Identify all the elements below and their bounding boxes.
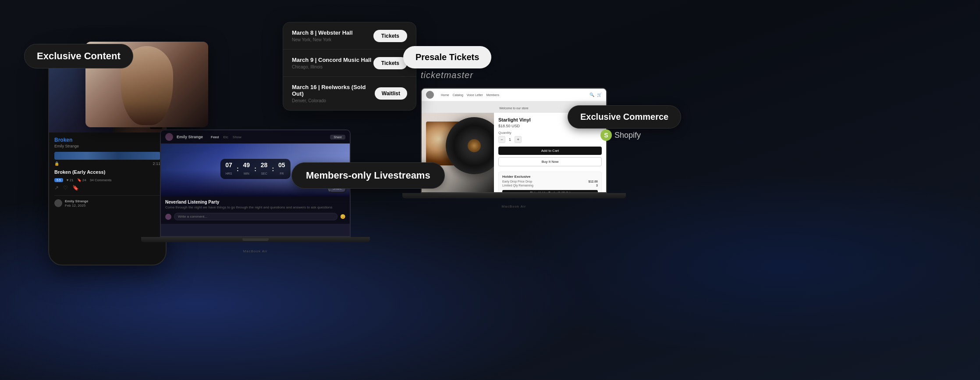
ls-artist-name: Emily Strange (177, 135, 203, 139)
exclusive-content-pill: Exclusive Content (24, 44, 133, 68)
phone-song-artist: Emily Strange (54, 144, 160, 148)
shopify-icon: S (600, 129, 612, 141)
ls-share-action[interactable]: Share (330, 135, 345, 140)
ls-event-title: Neverland Listening Party (165, 200, 345, 204)
shop-qty-label: Quantity (498, 131, 602, 135)
shop-buy-now-button[interactable]: Buy It Now (498, 157, 602, 166)
shop-holder-title: Holder Exclusive (502, 175, 598, 179)
ls-sep-1: : (237, 165, 239, 172)
ticket-location-3: Denver, Colorado (292, 98, 375, 103)
ls-comment-avatar (165, 214, 171, 220)
phone-progress-row: 🔒 2:11 (54, 161, 160, 166)
laptop-center-brand: MacBook Air (243, 249, 268, 253)
ticket-date-2: March 9 | Concord Music Hall (292, 57, 371, 63)
ls-footer: Neverland Listening Party Come through t… (161, 196, 350, 224)
ticket-button-1[interactable]: Tickets (373, 30, 407, 42)
phone-share-icon: ↗ (54, 185, 59, 191)
ticket-info-2: March 9 | Concord Music Hall Chicago, Il… (292, 57, 371, 69)
laptop-right-screen: Home Catalog Voice Letter Members 🔍 🛒 We… (421, 88, 607, 193)
shop-holder-item-1: Early Drop Price Drop $12.00 (502, 180, 598, 183)
ticket-date-3: March 16 | Reelworks (Sold Out) (292, 84, 375, 97)
shop-qty-minus[interactable]: − (498, 136, 505, 143)
members-livestream-pill: Members-only Livestreams (291, 162, 445, 189)
phone-likes: ♥ 21 (67, 178, 74, 182)
ticket-row-2: March 9 | Concord Music Hall Chicago, Il… (283, 50, 416, 77)
phone-content: Broken Emily Strange 🔒 2:11 Broken (Earl… (49, 133, 166, 212)
shop-nav: Home Catalog Voice Letter Members (441, 93, 499, 97)
phone-comment-date: Feb 12, 2025 (65, 204, 88, 208)
ls-tab-etc[interactable]: Etc (223, 135, 228, 139)
shop-cart-icon[interactable]: 🛒 (597, 93, 602, 97)
phone-comment-avatar (54, 199, 62, 207)
ticket-date-1: March 8 | Webster Hall (292, 29, 353, 36)
shop-holder-claim-button[interactable]: Claim Holder Deal with Wallet (502, 190, 598, 193)
ls-actions: Share (330, 135, 345, 140)
ticket-info-3: March 16 | Reelworks (Sold Out) Denver, … (292, 84, 375, 103)
ls-avatar (165, 133, 173, 141)
ls-countdown: 07 HRS : 49 MIN : 28 SEC : 05 FR (220, 159, 290, 179)
ls-event-desc: Come through the night we have things to… (165, 205, 345, 209)
phone-comments: 34 Comments (90, 178, 112, 182)
phone-bookmark-icon: 🔖 (72, 185, 79, 191)
ticket-row-1: March 8 | Webster Hall New York, New Yor… (283, 22, 416, 50)
shop-qty-value: 1 (507, 137, 513, 142)
phone-comment-body: Emily Strange Feb 12, 2025 (65, 199, 88, 208)
laptop-notch (242, 238, 269, 241)
phone-progress: 2:11 (153, 161, 160, 166)
ls-comment-row: 😊 (165, 213, 345, 220)
presale-tickets-pill: Presale Tickets (403, 46, 491, 68)
phone-divider (54, 195, 160, 196)
shopify-badge: S Shopify (600, 129, 641, 141)
shop-welcome-text: Welcome to our store (499, 107, 528, 110)
shop-nav-home[interactable]: Home (441, 93, 449, 97)
ls-minutes: 49 MIN (243, 161, 250, 176)
ticket-panel: March 8 | Webster Hall New York, New Yor… (283, 22, 416, 111)
phone-waveform (54, 152, 160, 160)
shop-nav-voice[interactable]: Voice Letter (467, 93, 483, 97)
ls-sep-3: : (272, 165, 274, 172)
phone-heart-icon: ♡ (63, 185, 68, 191)
shop-holder-label-1: Early Drop Price Drop (502, 180, 532, 183)
ls-seconds: 28 SEC (261, 161, 268, 176)
ls-frames: 05 FR (278, 161, 285, 176)
exclusive-commerce-pill: Exclusive Commerce (568, 105, 681, 129)
shop-holder-item-2: Limited Qty Remaining 3 (502, 184, 598, 187)
ls-sep-2: : (254, 165, 256, 172)
shop-logo (426, 91, 434, 99)
shop-nav-members[interactable]: Members (486, 93, 499, 97)
ls-header: Emily Strange Feed Etc Show Share (161, 130, 350, 143)
ticket-info-1: March 8 | Webster Hall New York, New Yor… (292, 29, 353, 42)
ls-emoji-button[interactable]: 😊 (340, 214, 345, 219)
waitlist-button[interactable]: Waitlist (375, 87, 407, 100)
ls-hours: 07 HRS (225, 161, 232, 176)
phone-comment-name: Emily Strange (65, 199, 88, 203)
ticket-location-1: New York, New York (292, 37, 353, 42)
laptop-right-base: MacBook Air (402, 193, 626, 198)
laptop-center-base (141, 237, 370, 242)
ls-comment-input[interactable] (174, 213, 337, 220)
ls-tab-feed[interactable]: Feed (211, 135, 219, 139)
ticket-button-2[interactable]: Tickets (373, 57, 407, 69)
shop-holder-section: Holder Exclusive Early Drop Price Drop $… (498, 172, 602, 193)
phone-track-title: Broken (Early Access) (54, 169, 160, 175)
ticket-location-2: Chicago, Illinois (292, 65, 371, 69)
ls-tab-show[interactable]: Show (233, 135, 241, 139)
shop-qty-plus[interactable]: + (515, 136, 522, 143)
shop-add-to-cart-button[interactable]: Add to Cart (498, 147, 602, 155)
ticket-row-3: March 16 | Reelworks (Sold Out) Denver, … (283, 77, 416, 110)
shop-search-icon[interactable]: 🔍 (589, 93, 594, 97)
ls-nav-tabs: Feed Etc Show (211, 135, 241, 139)
phone-actions: ↗ ♡ 🔖 (54, 185, 160, 191)
shop-nav-catalog[interactable]: Catalog (453, 93, 463, 97)
shop-holder-label-2: Limited Qty Remaining (502, 184, 533, 187)
phone-lock-icon: 🔒 (54, 161, 59, 166)
shopify-label: Shopify (614, 131, 641, 140)
phone-stats-row: 5.5 ♥ 21 🔖 24 34 Comments (54, 178, 160, 182)
laptop-right-brand: MacBook Air (502, 204, 526, 208)
phone-song-title: Broken (54, 137, 160, 143)
shop-header: Home Catalog Voice Letter Members 🔍 🛒 (422, 89, 606, 101)
phone-comment: Emily Strange Feb 12, 2025 (54, 199, 160, 208)
shop-actions: 🔍 🛒 (589, 93, 602, 97)
laptop-center: Emily Strange Feed Etc Show Share 07 HRS… (160, 129, 351, 252)
phone-saves: 🔖 24 (77, 178, 86, 182)
